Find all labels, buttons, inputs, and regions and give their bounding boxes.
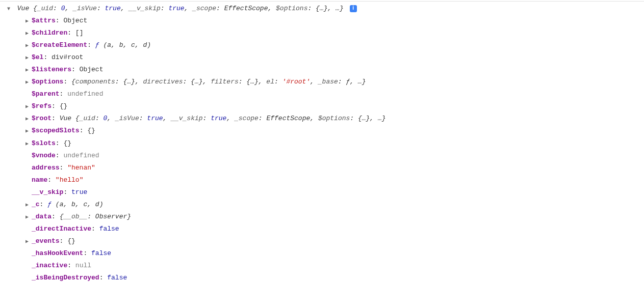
colon: : <box>67 262 75 269</box>
property-name: name <box>32 176 47 184</box>
property-name: $createElement <box>32 41 87 49</box>
colon: : <box>71 66 80 73</box>
expand-arrow-icon[interactable] <box>25 41 31 51</box>
property-row[interactable]: _inactive: null <box>7 260 644 272</box>
colon: : <box>40 201 48 208</box>
property-name: _isBeingDestroyed <box>32 274 99 281</box>
colon: : <box>63 78 71 86</box>
expand-arrow-icon[interactable] <box>25 17 31 26</box>
property-row[interactable]: $refs: {} <box>7 100 644 112</box>
property-name: __v_skip <box>32 188 63 196</box>
property-value: false <box>99 225 119 233</box>
property-value: ƒ (a, b, c, d) <box>47 201 103 208</box>
expand-arrow-icon[interactable] <box>25 115 31 124</box>
property-name: $slots <box>32 139 56 147</box>
colon: : <box>60 90 68 98</box>
expand-arrow-icon[interactable] <box>25 53 31 63</box>
property-value: null <box>75 262 91 269</box>
property-name: $listeners <box>32 66 71 73</box>
expand-arrow-icon[interactable] <box>25 102 31 112</box>
property-value: {} <box>87 127 95 134</box>
colon: : <box>51 102 60 110</box>
property-name: _directInactive <box>32 225 91 233</box>
property-value: {} <box>63 139 71 147</box>
property-value: {__ob__: Observer} <box>60 213 131 220</box>
expand-arrow-icon[interactable] <box>25 139 31 149</box>
colon: : <box>51 115 60 122</box>
colon: : <box>56 152 64 159</box>
property-row[interactable]: $root: Vue {_uid: 0, _isVue: true, __v_s… <box>7 112 644 125</box>
property-value: "hello" <box>56 176 84 184</box>
property-name: $attrs <box>32 17 56 24</box>
property-name: _hasHookEvent <box>32 249 83 257</box>
property-row[interactable]: __v_skip: true <box>7 186 644 199</box>
colon: : <box>99 274 108 281</box>
property-row[interactable]: $attrs: Object <box>7 15 644 27</box>
property-name: $refs <box>32 102 51 110</box>
expand-arrow-icon[interactable] <box>7 5 12 14</box>
info-icon[interactable]: i <box>350 5 357 12</box>
expand-arrow-icon[interactable] <box>25 29 31 39</box>
expand-arrow-icon[interactable] <box>25 127 31 136</box>
property-row[interactable]: _c: ƒ (a, b, c, d) <box>7 199 644 211</box>
property-name: _inactive <box>32 262 67 269</box>
property-value: Object <box>80 66 104 73</box>
property-name: $scopedSlots <box>32 127 80 134</box>
property-value: true <box>71 188 87 196</box>
property-value: [] <box>75 29 84 37</box>
property-value: {} <box>60 102 68 110</box>
expand-arrow-icon[interactable] <box>25 237 31 247</box>
property-value: Object <box>63 17 87 24</box>
colon: : <box>60 237 68 245</box>
expand-arrow-icon[interactable] <box>25 66 31 75</box>
property-value: ƒ (a, b, c, d) <box>95 41 151 49</box>
property-name: $el <box>32 53 43 61</box>
property-row[interactable]: _data: {__ob__: Observer} <box>7 211 644 223</box>
colon: : <box>80 127 88 134</box>
colon: : <box>56 139 64 147</box>
property-row[interactable]: $parent: undefined <box>7 88 644 100</box>
property-value: div#root <box>51 53 83 61</box>
colon: : <box>63 188 71 196</box>
property-row[interactable]: name: "hello" <box>7 174 644 186</box>
property-row[interactable]: address: "henan" <box>7 162 644 174</box>
property-name: $children <box>32 29 67 37</box>
colon: : <box>51 213 60 220</box>
property-row[interactable]: $children: [] <box>7 27 644 39</box>
expand-arrow-icon[interactable] <box>25 213 31 222</box>
colon: : <box>43 53 51 61</box>
property-name: address <box>32 164 60 172</box>
property-name: $vnode <box>32 152 56 159</box>
property-name: _c <box>32 201 40 208</box>
property-name: $parent <box>32 90 60 98</box>
colon: : <box>87 41 95 49</box>
property-row[interactable]: $vnode: undefined <box>7 150 644 162</box>
property-row[interactable]: _hasHookEvent: false <box>7 247 644 260</box>
property-row[interactable]: $el: div#root <box>7 51 644 64</box>
object-inspector: Vue {_uid: 0, _isVue: true, __v_skip: tr… <box>0 3 644 282</box>
property-row[interactable]: $options: {components: {…}, directives: … <box>7 76 644 88</box>
root-row[interactable]: Vue {_uid: 0, _isVue: true, __v_skip: tr… <box>7 3 644 15</box>
root-preview: Vue {_uid: 0, _isVue: true, __v_skip: tr… <box>17 5 344 12</box>
expand-arrow-icon[interactable] <box>25 201 31 210</box>
property-value: Vue {_uid: 0, _isVue: true, __v_skip: tr… <box>60 115 386 122</box>
property-row[interactable]: $scopedSlots: {} <box>7 125 644 137</box>
colon: : <box>56 17 64 24</box>
colon: : <box>67 29 75 37</box>
property-row[interactable]: $listeners: Object <box>7 64 644 76</box>
property-value: false <box>91 249 111 257</box>
property-value: "henan" <box>67 164 95 172</box>
property-name: $root <box>32 115 51 122</box>
expand-arrow-icon[interactable] <box>25 78 31 88</box>
property-row[interactable]: $slots: {} <box>7 137 644 150</box>
property-row[interactable]: $createElement: ƒ (a, b, c, d) <box>7 39 644 51</box>
property-value: undefined <box>67 90 103 98</box>
colon: : <box>60 164 68 172</box>
property-row[interactable]: _events: {} <box>7 235 644 247</box>
property-name: _data <box>32 213 51 220</box>
colon: : <box>83 249 91 257</box>
property-name: _events <box>32 237 60 245</box>
property-value: {components: {…}, directives: {…}, filte… <box>71 78 366 86</box>
property-row[interactable]: _directInactive: false <box>7 223 644 235</box>
property-row[interactable]: _isBeingDestroyed: false <box>7 272 644 282</box>
